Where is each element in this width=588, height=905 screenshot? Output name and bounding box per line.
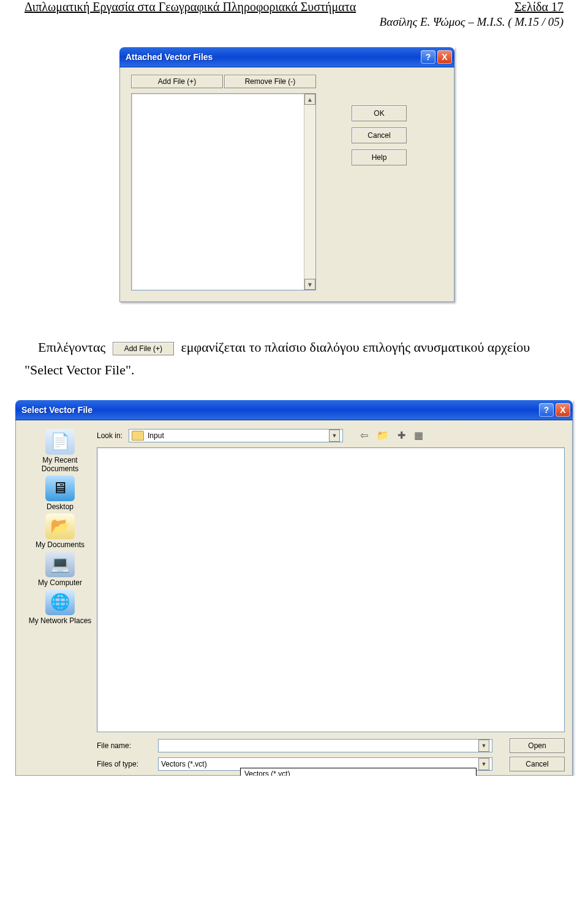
my-documents-icon: 📂 xyxy=(45,513,75,539)
file-listbox[interactable]: ▲ ▼ xyxy=(131,93,316,290)
para-text-1: Επιλέγοντας xyxy=(38,339,105,355)
select-vector-file-dialog: Select Vector File ? X 📄 My Recent Docum… xyxy=(15,400,573,776)
dialog-title: Attached Vector Files xyxy=(126,52,419,62)
place-label: My Documents xyxy=(23,540,97,549)
close-icon[interactable]: X xyxy=(437,50,452,64)
my-computer-icon: 💻 xyxy=(45,551,75,577)
page-number: Σελίδα 17 xyxy=(514,0,564,14)
help-button[interactable]: Help xyxy=(352,150,407,165)
views-icon[interactable]: ▦ xyxy=(414,430,423,441)
place-label: My Computer xyxy=(23,578,97,587)
titlebar[interactable]: Select Vector File ? X xyxy=(15,400,573,420)
place-documents[interactable]: 📂 My Documents xyxy=(23,513,97,549)
titlebar[interactable]: Attached Vector Files ? X xyxy=(119,47,454,67)
filename-combo[interactable]: ▼ xyxy=(158,739,492,752)
desktop-icon: 🖥 xyxy=(45,475,75,501)
up-folder-icon[interactable]: 📁 xyxy=(377,430,389,441)
doc-author: Βασίλης Ε. Ψώμος – M.I.S. ( Μ.15 / 05) xyxy=(24,15,564,29)
my-network-icon: 🌐 xyxy=(45,589,75,615)
place-label: Desktop xyxy=(23,502,97,511)
filetype-dropdown-list[interactable]: Vectors (*.vct)AV Shape Files (*.shp)ASC… xyxy=(240,768,477,776)
place-computer[interactable]: 💻 My Computer xyxy=(23,551,97,587)
body-paragraph: Επιλέγοντας Add File (+) εμφανίζεται το … xyxy=(24,336,564,382)
place-label: My Network Places xyxy=(23,616,97,625)
filetype-option[interactable]: Vectors (*.vct) xyxy=(241,768,476,776)
filetype-label: Files of type: xyxy=(97,760,158,768)
close-icon[interactable]: X xyxy=(556,403,570,417)
attached-vector-files-dialog: Attached Vector Files ? X Add File (+) R… xyxy=(119,47,454,302)
ok-button[interactable]: OK xyxy=(352,105,407,121)
lookin-combo[interactable]: Input ▼ xyxy=(129,429,343,442)
doc-title: Διπλωματική Εργασία στα Γεωγραφικά Πληρο… xyxy=(24,0,356,14)
cancel-button[interactable]: Cancel xyxy=(352,127,407,143)
add-file-button[interactable]: Add File (+) xyxy=(131,75,223,88)
folder-icon xyxy=(132,431,144,441)
file-list-pane[interactable] xyxy=(97,447,565,732)
place-network[interactable]: 🌐 My Network Places xyxy=(23,589,97,625)
lookin-value: Input xyxy=(148,431,164,440)
help-icon[interactable]: ? xyxy=(421,50,435,64)
remove-file-button[interactable]: Remove File (-) xyxy=(224,75,316,88)
place-label: My Recent Documents xyxy=(23,456,97,473)
places-bar: 📄 My Recent Documents 🖥 Desktop 📂 My Doc… xyxy=(23,429,97,775)
help-icon[interactable]: ? xyxy=(539,403,554,417)
new-folder-icon[interactable]: ✚ xyxy=(398,430,405,441)
cancel-button[interactable]: Cancel xyxy=(510,757,565,771)
filename-label: File name: xyxy=(97,741,158,750)
place-recent[interactable]: 📄 My Recent Documents xyxy=(23,429,97,473)
filetype-value: Vectors (*.vct) xyxy=(161,760,207,768)
listbox-scrollbar[interactable]: ▲ ▼ xyxy=(304,94,315,290)
back-icon[interactable]: ⇦ xyxy=(360,430,368,441)
open-button[interactable]: Open xyxy=(510,738,565,753)
inline-add-file-button: Add File (+) xyxy=(113,342,174,355)
dialog-title: Select Vector File xyxy=(21,405,537,415)
scroll-down-icon[interactable]: ▼ xyxy=(304,279,315,290)
recent-documents-icon: 📄 xyxy=(45,429,75,455)
scroll-up-icon[interactable]: ▲ xyxy=(304,94,315,105)
lookin-label: Look in: xyxy=(97,431,123,440)
chevron-down-icon[interactable]: ▼ xyxy=(478,740,489,752)
place-desktop[interactable]: 🖥 Desktop xyxy=(23,475,97,511)
chevron-down-icon[interactable]: ▼ xyxy=(329,430,340,442)
chevron-down-icon[interactable]: ▼ xyxy=(478,758,489,770)
